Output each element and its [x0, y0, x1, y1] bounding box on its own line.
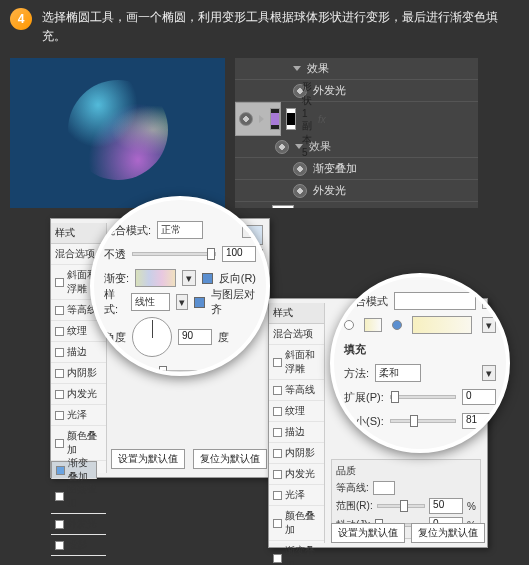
- angle-dial[interactable]: [132, 317, 172, 357]
- radio-color[interactable]: [344, 320, 354, 330]
- opacity-slider[interactable]: [132, 252, 216, 256]
- checkbox[interactable]: [273, 491, 282, 500]
- reverse-check[interactable]: [202, 273, 213, 284]
- size-slider[interactable]: [390, 419, 456, 423]
- layer-mask: [286, 108, 296, 130]
- checkbox[interactable]: [273, 449, 282, 458]
- fill-section-label: 填充: [334, 337, 506, 361]
- layer-effect-row[interactable]: 效果: [235, 58, 478, 80]
- align-check[interactable]: [194, 297, 205, 308]
- preview-panel: [10, 58, 225, 208]
- sidebar-item[interactable]: 内阴影: [51, 363, 106, 384]
- checkbox[interactable]: [55, 390, 64, 399]
- reset-default-button[interactable]: 复位为默认值: [193, 449, 267, 469]
- method-select[interactable]: 柔和: [375, 364, 421, 382]
- sidebar-item[interactable]: 渐变叠加: [269, 541, 324, 565]
- zoom-lens-1: 混合模式:正常▾ 不透100 渐变:▾反向(R) 样式:线性▾与图层对齐 角度9…: [90, 196, 270, 376]
- orb-shape: [68, 80, 168, 180]
- checkbox[interactable]: [273, 519, 282, 528]
- checkbox[interactable]: [55, 306, 64, 315]
- sidebar-header: 样式: [51, 223, 106, 244]
- sidebar-item[interactable]: 内发光: [269, 464, 324, 485]
- reset-default-button[interactable]: 复位为默认值: [411, 523, 485, 543]
- checkbox[interactable]: [273, 554, 282, 563]
- sidebar-item[interactable]: 内阴影: [269, 443, 324, 464]
- fx-group-label: 效果: [309, 139, 331, 154]
- eye-icon[interactable]: [293, 162, 307, 176]
- sidebar-item[interactable]: 光泽: [269, 485, 324, 506]
- outerglow-label: 外发光: [313, 83, 346, 98]
- style-label: 样式:: [104, 287, 125, 317]
- mode-select[interactable]: 正常: [157, 221, 203, 239]
- layers-panel[interactable]: 效果 外发光 形状 1 副本 5 fx 效果 渐变叠加 外发光: [235, 58, 478, 208]
- fx-icon[interactable]: fx: [318, 114, 326, 125]
- layer-row-next[interactable]: [235, 202, 478, 208]
- sidebar-item[interactable]: 斜面和浮雕: [269, 345, 324, 380]
- style-select[interactable]: 线性: [131, 293, 170, 311]
- checkbox[interactable]: [273, 386, 282, 395]
- outerglow-label2: 外发光: [313, 183, 346, 198]
- sidebar-item[interactable]: 图案叠加: [51, 479, 106, 514]
- dropdown-icon[interactable]: ▾: [176, 294, 188, 310]
- sidebar-item[interactable]: 光泽: [51, 405, 106, 426]
- dropdown-icon[interactable]: ▾: [482, 365, 496, 381]
- color-swatch[interactable]: [364, 318, 382, 332]
- sidebar-item[interactable]: 投影: [51, 535, 106, 556]
- sidebar-item[interactable]: 等高线: [269, 380, 324, 401]
- eye-icon[interactable]: [275, 140, 289, 154]
- spread-slider[interactable]: [390, 395, 456, 399]
- eye-icon[interactable]: [293, 184, 307, 198]
- sidebar-item[interactable]: 外发光: [51, 514, 106, 535]
- sidebar-item[interactable]: 描边: [269, 422, 324, 443]
- zoom-lens-2: 混合模式▾ ▾ 填充 方法:柔和▾ 扩展(P):0 大小(S):81: [330, 273, 510, 453]
- layer-gradoverlay-row[interactable]: 渐变叠加: [235, 158, 478, 180]
- dropdown-icon[interactable]: ▾: [482, 317, 496, 333]
- checkbox[interactable]: [273, 428, 282, 437]
- checkbox[interactable]: [55, 492, 64, 501]
- checkbox[interactable]: [55, 439, 64, 448]
- checkbox[interactable]: [55, 541, 64, 550]
- grad-label: 渐变:: [104, 271, 129, 286]
- gradient-bar[interactable]: [135, 269, 176, 287]
- radio-gradient[interactable]: [392, 320, 402, 330]
- layer-outerglow-row[interactable]: 外发光: [235, 80, 478, 102]
- checkbox[interactable]: [273, 407, 282, 416]
- opacity-input[interactable]: 100: [222, 246, 256, 262]
- dropdown-icon[interactable]: ▾: [182, 270, 196, 286]
- spread-input[interactable]: 0: [462, 389, 496, 405]
- layer-shape-row[interactable]: 形状 1 副本 5 fx: [235, 102, 281, 136]
- checkbox[interactable]: [55, 327, 64, 336]
- sidebar-item[interactable]: 混合选项: [269, 324, 324, 345]
- sidebar-item-selected[interactable]: 渐变叠加: [51, 461, 97, 479]
- opacity-label: 不透: [104, 247, 126, 262]
- fx-label: 效果: [307, 61, 329, 76]
- size-input[interactable]: 81: [462, 413, 496, 429]
- checkbox[interactable]: [273, 470, 282, 479]
- checkbox[interactable]: [55, 520, 64, 529]
- layer-thumb2: [272, 205, 294, 209]
- gradient-bar[interactable]: [412, 316, 472, 334]
- checkbox[interactable]: [56, 466, 65, 475]
- sidebar-header: 样式: [269, 303, 324, 324]
- set-default-button[interactable]: 设置为默认值: [331, 523, 405, 543]
- checkbox[interactable]: [273, 358, 282, 367]
- checkbox[interactable]: [55, 348, 64, 357]
- sidebar-item[interactable]: 颜色叠加: [269, 506, 324, 541]
- chevron-down-icon: [295, 144, 303, 149]
- checkbox[interactable]: [55, 278, 64, 287]
- eye-icon[interactable]: [239, 112, 253, 126]
- set-default-button[interactable]: 设置为默认值: [111, 449, 185, 469]
- dropdown-icon[interactable]: ▾: [482, 293, 496, 309]
- angle-input[interactable]: 90: [178, 329, 212, 345]
- layer-outerglow-row2[interactable]: 外发光: [235, 180, 478, 202]
- sidebar-item[interactable]: 纹理: [269, 401, 324, 422]
- mode-select[interactable]: [394, 292, 476, 310]
- layer-fx-group[interactable]: 效果: [235, 136, 478, 158]
- spread-label: 扩展(P):: [344, 390, 384, 405]
- sidebar-item[interactable]: 内发光: [51, 384, 106, 405]
- method-label: 方法:: [344, 366, 369, 381]
- sidebar-item[interactable]: 描边: [51, 342, 106, 363]
- checkbox[interactable]: [55, 411, 64, 420]
- dlg2-sidebar: 样式 混合选项 斜面和浮雕 等高线 纹理 描边 内阴影 内发光 光泽 颜色叠加 …: [269, 303, 325, 543]
- checkbox[interactable]: [55, 369, 64, 378]
